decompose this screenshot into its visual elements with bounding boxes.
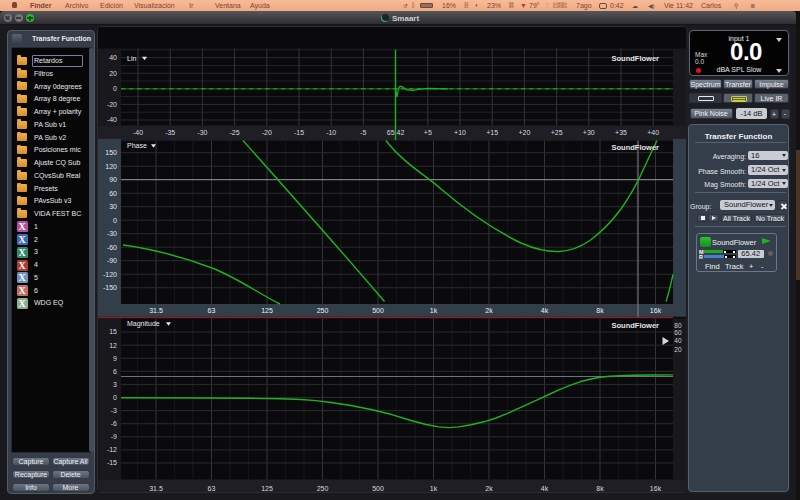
svg-text:-40: -40: [107, 116, 117, 123]
svg-text:+30: +30: [583, 129, 595, 136]
svg-text:+20: +20: [518, 129, 530, 136]
svg-text:-40: -40: [133, 129, 143, 136]
svg-text:15: 15: [109, 328, 117, 335]
svg-text:31.5: 31.5: [149, 307, 163, 314]
svg-text:31.5: 31.5: [149, 485, 163, 492]
svg-text:0: 0: [113, 217, 117, 224]
svg-text:500: 500: [372, 307, 384, 314]
svg-text:+15: +15: [486, 129, 498, 136]
svg-text:1k: 1k: [430, 307, 438, 314]
svg-text:500: 500: [372, 485, 384, 492]
svg-text:150: 150: [105, 149, 117, 156]
svg-text:-90: -90: [107, 257, 117, 264]
svg-text:SoundFlower: SoundFlower: [612, 321, 660, 330]
svg-text:-30: -30: [197, 129, 207, 136]
svg-text:90: 90: [109, 176, 117, 183]
svg-text:63: 63: [208, 307, 216, 314]
svg-text:-150: -150: [103, 284, 117, 291]
svg-text:+25: +25: [551, 129, 563, 136]
svg-text:60: 60: [674, 329, 682, 336]
svg-text:-35: -35: [165, 129, 175, 136]
svg-text:-30: -30: [107, 230, 117, 237]
svg-text:20: 20: [674, 346, 682, 353]
svg-text:40: 40: [674, 337, 682, 344]
svg-text:250: 250: [317, 307, 329, 314]
svg-text:8k: 8k: [596, 307, 604, 314]
svg-text:125: 125: [261, 485, 273, 492]
svg-text:16k: 16k: [650, 307, 662, 314]
svg-text:-3: -3: [111, 407, 117, 414]
svg-text:+35: +35: [615, 129, 627, 136]
svg-text:8k: 8k: [596, 485, 604, 492]
svg-text:-12: -12: [107, 446, 117, 453]
svg-text:-120: -120: [103, 271, 117, 278]
svg-text:40: 40: [109, 54, 117, 61]
svg-text:-20: -20: [107, 101, 117, 108]
svg-text:+40: +40: [647, 129, 659, 136]
svg-text:SoundFlower: SoundFlower: [612, 143, 660, 152]
svg-text:0: 0: [113, 85, 117, 92]
svg-text:20: 20: [109, 70, 117, 77]
svg-text:250: 250: [317, 485, 329, 492]
svg-text:Magnitude: Magnitude: [127, 320, 160, 328]
svg-text:-6: -6: [111, 420, 117, 427]
svg-text:4k: 4k: [541, 307, 549, 314]
svg-text:3: 3: [113, 381, 117, 388]
svg-text:-10: -10: [326, 129, 336, 136]
svg-text:Lin: Lin: [127, 55, 136, 62]
svg-text:+10: +10: [454, 129, 466, 136]
svg-text:60: 60: [109, 190, 117, 197]
svg-text:-9: -9: [111, 433, 117, 440]
svg-text:6: 6: [113, 368, 117, 375]
svg-text:SoundFlower: SoundFlower: [612, 54, 660, 63]
svg-text:120: 120: [105, 163, 117, 170]
svg-text:2k: 2k: [485, 485, 493, 492]
svg-text:63: 63: [208, 485, 216, 492]
svg-text:-60: -60: [107, 244, 117, 251]
svg-text:-5: -5: [360, 129, 366, 136]
svg-text:125: 125: [261, 307, 273, 314]
svg-text:9: 9: [113, 355, 117, 362]
svg-text:2k: 2k: [485, 307, 493, 314]
svg-text:-25: -25: [230, 129, 240, 136]
svg-text:-15: -15: [107, 459, 117, 466]
svg-text:0: 0: [113, 394, 117, 401]
svg-text:-20: -20: [262, 129, 272, 136]
svg-text:4k: 4k: [541, 485, 549, 492]
svg-text:12: 12: [109, 342, 117, 349]
svg-text:+5: +5: [424, 129, 432, 136]
svg-text:80: 80: [674, 322, 682, 329]
svg-text:-15: -15: [294, 129, 304, 136]
svg-text:30: 30: [109, 203, 117, 210]
svg-text:16k: 16k: [650, 485, 662, 492]
svg-text:1k: 1k: [430, 485, 438, 492]
svg-text:Phase: Phase: [127, 142, 147, 149]
